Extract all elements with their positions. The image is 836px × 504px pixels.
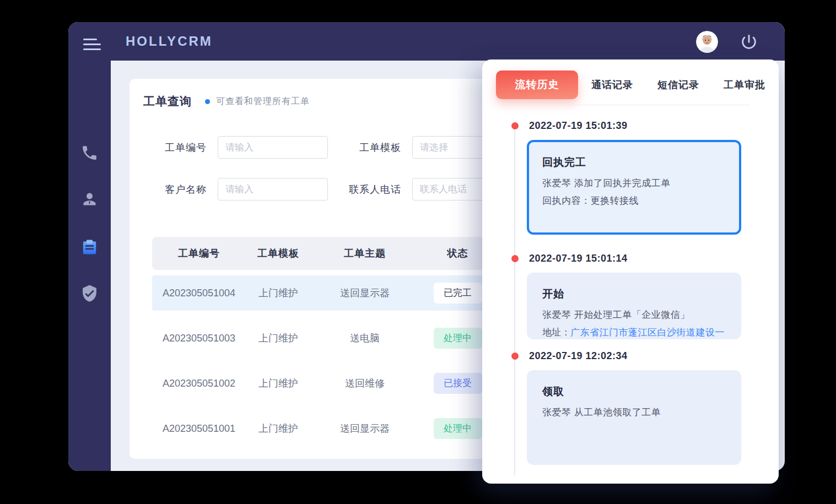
timeline-card: 回执完工 张爱琴 添加了回执并完成工单回执内容：更换转接线 — [527, 140, 741, 235]
timeline-entry: 2022-07-19 15:01:39 回执完工 张爱琴 添加了回执并完成工单回… — [527, 120, 741, 235]
status-badge: 已接受 — [434, 373, 482, 394]
timestamp-text: 2022-07-19 15:01:14 — [529, 253, 628, 264]
cell-subject: 送电脑 — [311, 332, 419, 345]
cell-order-id: A202305051003 — [152, 333, 246, 344]
power-icon[interactable] — [740, 32, 758, 51]
timeline-line — [514, 126, 515, 475]
table-column-header: 工单模板 — [246, 247, 311, 260]
order-detail-panel: 流转历史通话记录短信记录工单审批 2022-07-19 15:01:39 回执完… — [482, 59, 779, 484]
cell-template: 上门维护 — [246, 422, 311, 435]
phone-icon[interactable] — [80, 144, 99, 162]
filter-input[interactable] — [218, 136, 328, 159]
filter-label: 工单编号 — [141, 141, 207, 154]
cell-subject: 送回显示器 — [311, 286, 419, 300]
timeline-card-title: 领取 — [542, 384, 725, 399]
status-badge: 已完工 — [434, 283, 482, 304]
address-row: 地址：广东省江门市蓬江区白沙街道建设一路 — [542, 324, 725, 339]
tab-2[interactable]: 短信记录 — [657, 78, 699, 91]
table-column-header: 工单主题 — [311, 247, 419, 260]
cell-subject: 送回显示器 — [311, 422, 419, 435]
work-order-table: 工单编号工单模板工单主题状态 A202305051004 上门维护 送回显示器 … — [152, 237, 497, 446]
table-column-header: 工单编号 — [152, 247, 246, 260]
filter-field-2: 客户名称 — [141, 178, 328, 200]
tab-3[interactable]: 工单审批 — [724, 78, 765, 91]
tab-1[interactable]: 通话记录 — [591, 78, 633, 91]
timeline-entry: 2022-07-19 12:02:34 领取 张爱琴 从工单池领取了工单 — [527, 350, 741, 465]
address-link[interactable]: 广东省江门市蓬江区白沙街道建设一路 — [570, 324, 725, 339]
timeline-card-text: 张爱琴 添加了回执并完成工单 — [542, 175, 725, 192]
timeline-dot-icon — [511, 255, 519, 262]
filter-field-0: 工单编号 — [141, 136, 328, 159]
timeline-timestamp: 2022-07-19 12:02:34 — [529, 350, 741, 362]
timeline-dot-icon — [511, 353, 519, 360]
contacts-icon[interactable] — [80, 190, 99, 208]
filter-label: 联系人电话 — [335, 183, 401, 196]
brand-logo: HOLLYCRM — [126, 22, 213, 61]
status-badge: 处理中 — [434, 328, 482, 349]
tab-0[interactable]: 流转历史 — [496, 71, 578, 99]
timeline-entry: 2022-07-19 15:01:14 开始 张爱琴 开始处理工单「企业微信」地… — [527, 253, 741, 339]
top-bar: HOLLYCRM — [68, 22, 785, 61]
table-row[interactable]: A202305051003 上门维护 送电脑 处理中 — [152, 321, 497, 356]
address-label: 地址： — [542, 324, 570, 339]
blue-dot-icon — [205, 99, 210, 104]
detail-tabs: 流转历史通话记录短信记录工单审批 — [496, 71, 765, 99]
hamburger-menu-icon[interactable] — [83, 39, 101, 52]
page-subtitle: 可查看和管理所有工单 — [216, 96, 310, 107]
tabs-divider — [501, 105, 749, 105]
filter-input[interactable] — [218, 178, 328, 200]
cell-order-id: A202305051004 — [152, 288, 246, 299]
avatar-image — [696, 31, 718, 53]
table-row[interactable]: A202305051002 上门维护 送回维修 已接受 — [152, 366, 497, 401]
cell-order-id: A202305051002 — [152, 378, 246, 389]
timeline-timestamp: 2022-07-19 15:01:14 — [529, 253, 741, 264]
cell-subject: 送回维修 — [311, 377, 419, 390]
table-row[interactable]: A202305051001 上门维护 送回显示器 处理中 — [152, 411, 497, 446]
history-timeline: 2022-07-19 15:01:39 回执完工 张爱琴 添加了回执并完成工单回… — [527, 120, 741, 476]
cell-template: 上门维护 — [246, 332, 311, 345]
security-shield-icon[interactable] — [80, 284, 99, 302]
timeline-card-text: 张爱琴 从工单池领取了工单 — [542, 404, 725, 421]
timeline-card: 开始 张爱琴 开始处理工单「企业微信」地址：广东省江门市蓬江区白沙街道建设一路 — [527, 273, 741, 339]
status-badge: 处理中 — [434, 418, 482, 439]
work-orders-icon[interactable] — [80, 238, 99, 256]
timestamp-text: 2022-07-19 15:01:39 — [529, 120, 628, 131]
filter-label: 客户名称 — [141, 183, 207, 196]
timeline-dot-icon — [511, 122, 519, 129]
page-title: 工单查询 — [143, 94, 192, 109]
timeline-timestamp: 2022-07-19 15:01:39 — [529, 120, 741, 132]
page-header: 工单查询 可查看和管理所有工单 — [143, 94, 310, 109]
cell-template: 上门维护 — [246, 286, 311, 300]
timeline-card-text: 回执内容：更换转接线 — [542, 192, 725, 210]
timeline-card: 领取 张爱琴 从工单池领取了工单 — [527, 370, 741, 465]
table-row[interactable]: A202305051004 上门维护 送回显示器 已完工 — [152, 275, 497, 311]
sidebar-nav — [68, 61, 111, 471]
filter-label: 工单模板 — [335, 141, 401, 154]
cell-order-id: A202305051001 — [152, 423, 246, 435]
table-body: A202305051004 上门维护 送回显示器 已完工 A2023050510… — [152, 275, 497, 446]
cell-template: 上门维护 — [246, 377, 311, 390]
timestamp-text: 2022-07-19 12:02:34 — [529, 350, 628, 361]
timeline-card-title: 回执完工 — [542, 155, 725, 170]
timeline-card-title: 开始 — [542, 287, 725, 301]
user-avatar[interactable] — [696, 31, 718, 53]
table-header-row: 工单编号工单模板工单主题状态 — [152, 237, 497, 270]
timeline-card-text: 张爱琴 开始处理工单「企业微信」 — [542, 306, 725, 324]
